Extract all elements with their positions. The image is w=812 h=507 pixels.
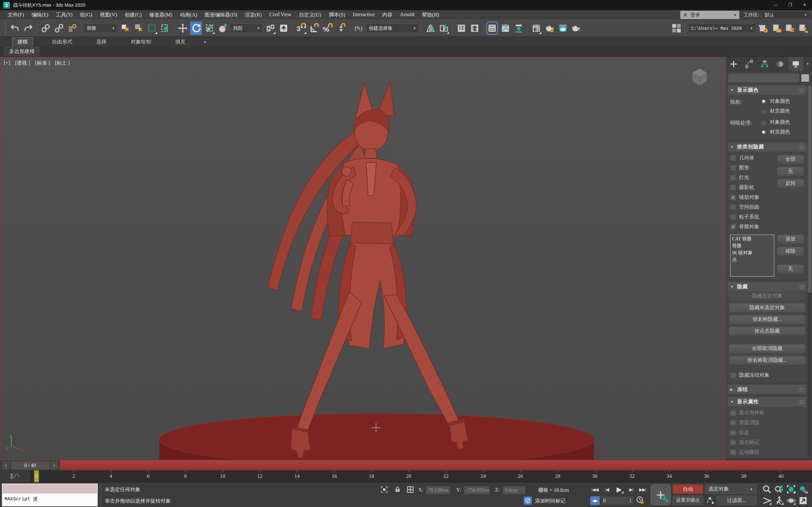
absolute-offset-mode-icon[interactable] xyxy=(406,486,414,494)
z-coordinate-field[interactable]: 0.0cm xyxy=(503,486,525,494)
select-and-rotate-icon[interactable] xyxy=(190,21,202,35)
percent-snap-icon[interactable]: % xyxy=(322,21,334,35)
isolate-selection-icon[interactable] xyxy=(380,486,389,494)
layer-explorer-icon[interactable] xyxy=(469,21,481,35)
menu-item[interactable]: 脚本(S) xyxy=(325,12,349,18)
mirror-icon[interactable] xyxy=(424,21,437,35)
category-list[interactable]: CAT 骨骼骨骼IK 链对象点 xyxy=(730,235,774,277)
scrollbar-thumb[interactable] xyxy=(808,85,811,293)
viewport-label-1[interactable]: [透视 ] xyxy=(15,60,30,67)
select-and-link-icon[interactable] xyxy=(40,21,52,35)
macro-recorder-pane[interactable] xyxy=(3,484,97,494)
viewport-label-3[interactable]: [粘土 ] xyxy=(55,60,70,67)
menu-item[interactable]: 图形编辑器(D) xyxy=(201,12,241,18)
splitter[interactable] xyxy=(101,483,101,507)
curve-editor-icon[interactable] xyxy=(500,21,511,35)
y-coordinate-field[interactable]: -758.955cm xyxy=(464,486,489,494)
project-settings-icon[interactable] xyxy=(757,21,769,35)
key-filters-icon[interactable] xyxy=(705,496,715,505)
select-and-scale-icon[interactable] xyxy=(203,21,215,35)
radio-shaded-object-color[interactable] xyxy=(761,119,767,125)
menu-item[interactable]: Interactive xyxy=(349,12,378,18)
list-button[interactable]: 无 xyxy=(777,265,804,274)
next-frame-button[interactable]: ▶| xyxy=(626,485,637,494)
checkbox[interactable] xyxy=(730,204,736,210)
select-and-move-icon[interactable] xyxy=(177,21,189,35)
scene-explorer-icon[interactable] xyxy=(455,21,467,35)
maxscript-mini-listener[interactable]: MAXScript 迷 xyxy=(2,484,98,506)
use-pivot-center-icon[interactable] xyxy=(264,21,276,35)
field-of-view-icon[interactable] xyxy=(762,496,772,506)
toolbar-grip[interactable] xyxy=(684,23,686,34)
angle-snap-icon[interactable] xyxy=(308,21,320,35)
play-animation-button[interactable]: ▶ xyxy=(614,485,624,494)
checkbox[interactable]: ✓ xyxy=(730,224,736,230)
bone-list-item[interactable]: IK 链对象 xyxy=(732,249,772,257)
viewport-label-0[interactable]: [+] xyxy=(4,60,10,67)
menu-item[interactable]: Civil View xyxy=(266,12,295,18)
menu-item[interactable]: 动画(A) xyxy=(176,12,201,18)
menu-item[interactable]: 自定义(U) xyxy=(295,12,325,18)
key-mode-toggle[interactable]: ◀▶ xyxy=(590,496,600,505)
bone-list-item[interactable]: 骨骼 xyxy=(732,242,772,249)
ribbon-tab[interactable]: 填充 xyxy=(170,38,190,47)
previous-frame-button[interactable]: |◀ xyxy=(602,485,612,494)
menu-item[interactable]: 创建(C) xyxy=(121,12,145,18)
radio-wireframe-material-color[interactable] xyxy=(761,108,767,114)
select-and-manipulate-icon[interactable] xyxy=(217,21,229,35)
menu-item[interactable]: 修改器(M) xyxy=(145,12,176,18)
menu-item[interactable]: 组(G) xyxy=(76,12,96,18)
named-selection-set-dropdown[interactable]: 创建选择集 ▼ xyxy=(366,23,419,33)
project-structure-icon[interactable] xyxy=(784,21,796,35)
dope-sheet-icon[interactable] xyxy=(513,21,525,35)
spinner-icon[interactable]: ▲▼ xyxy=(629,498,632,503)
x-coordinate-field[interactable]: 79.139cm xyxy=(426,486,451,494)
checkbox-hide-frozen[interactable] xyxy=(730,372,736,378)
bone-list-item[interactable]: CAT 骨骼 xyxy=(732,236,772,242)
ribbon-tab[interactable]: 对象绘制 xyxy=(125,38,156,47)
viewport-label-2[interactable]: [标准 ] xyxy=(35,60,50,67)
time-tag-cube-icon[interactable] xyxy=(523,497,532,505)
zoom-extents-icon[interactable] xyxy=(786,484,797,494)
add-time-tag[interactable]: 添加时间标记 xyxy=(535,498,565,504)
selection-filter-dropdown[interactable]: 骨骼 ▼ xyxy=(84,23,118,33)
align-icon[interactable] xyxy=(438,21,450,35)
frame-counter[interactable]: 0 / 40 xyxy=(11,461,50,469)
list-button[interactable]: 移除 xyxy=(777,247,804,256)
selection-lock-icon[interactable] xyxy=(394,486,402,494)
menu-item[interactable]: 帮助(H) xyxy=(418,12,443,18)
previous-frame-button[interactable]: ‹ xyxy=(2,461,10,469)
workspace-dropdown[interactable]: 默认 ▼ xyxy=(762,11,810,19)
signin-dropdown[interactable]: 登录 ▼ xyxy=(680,11,739,19)
set-key-button[interactable]: 设置关键点 xyxy=(673,496,703,505)
go-to-start-button[interactable]: |◀◀ xyxy=(590,485,600,494)
toolbar-grip[interactable] xyxy=(4,22,6,35)
zoom-all-icon[interactable] xyxy=(774,484,784,494)
tab-motion[interactable] xyxy=(773,57,788,71)
go-to-end-button[interactable]: ▶▶| xyxy=(637,485,648,494)
current-frame-field[interactable]: 0 ▲▼ xyxy=(601,496,634,505)
rollout-header[interactable]: ▼ 隐藏 xyxy=(727,282,807,291)
rollout-header[interactable]: ▼ 按类别隐藏 xyxy=(727,142,807,152)
rollout-header[interactable]: ▼ 显示颜色 xyxy=(727,85,807,95)
render-setup-icon[interactable] xyxy=(544,21,556,35)
edit-named-selection-sets-icon[interactable]: {✎} xyxy=(353,21,365,35)
ribbon-tab[interactable]: 自由形式 xyxy=(47,38,78,47)
mini-curve-editor-button[interactable] xyxy=(0,470,31,482)
reference-coordinate-dropdown[interactable]: 局部 ▼ xyxy=(230,23,263,33)
radio-shaded-material-color[interactable] xyxy=(761,129,767,135)
zoom-icon[interactable] xyxy=(762,484,772,494)
select-object-icon[interactable] xyxy=(119,21,132,35)
list-button[interactable]: 添加 xyxy=(777,235,804,244)
project-nodes-icon[interactable] xyxy=(797,21,809,35)
bone-list-item[interactable]: 点 xyxy=(732,256,772,263)
checkbox[interactable] xyxy=(730,214,736,220)
hide-button[interactable]: 隐藏未选定对象 xyxy=(729,303,805,312)
walk-through-icon[interactable] xyxy=(774,496,784,506)
render-production-icon[interactable] xyxy=(570,21,582,35)
keyboard-shortcut-override-icon[interactable] xyxy=(277,21,290,35)
tab-display[interactable] xyxy=(788,57,804,71)
bind-to-space-warp-icon[interactable] xyxy=(66,21,79,35)
zoom-extents-all-icon[interactable] xyxy=(798,484,809,494)
key-scope-dropdown[interactable]: 选定对象 ▼ xyxy=(705,485,757,494)
